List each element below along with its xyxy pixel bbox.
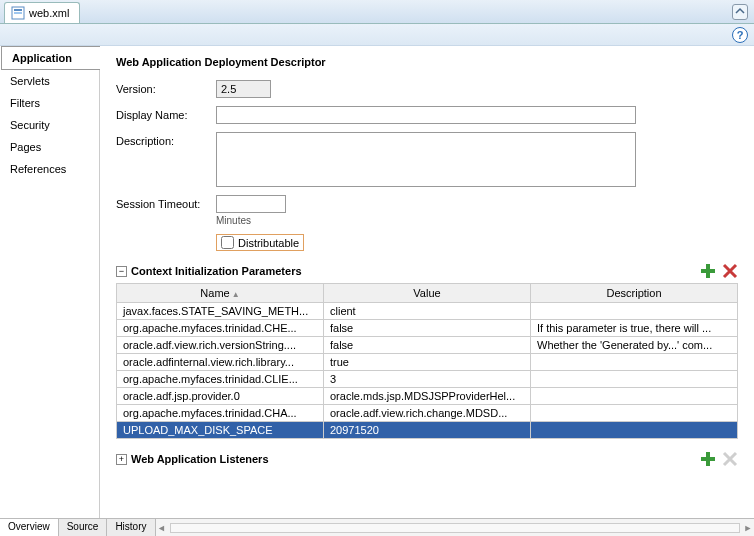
editor-tab-webxml[interactable]: web.xml xyxy=(4,2,80,23)
listeners-section-header: + Web Application Listeners xyxy=(116,453,738,465)
cell-description xyxy=(531,405,738,422)
col-name[interactable]: Name▲ xyxy=(117,284,324,303)
delete-listener-icon xyxy=(722,451,738,467)
display-name-label: Display Name: xyxy=(116,106,216,121)
svg-rect-2 xyxy=(14,12,22,14)
table-row[interactable]: org.apache.myfaces.trinidad.CHE...falseI… xyxy=(117,320,738,337)
cell-value: false xyxy=(324,337,531,354)
cell-description: If this parameter is true, there will ..… xyxy=(531,320,738,337)
cell-name: javax.faces.STATE_SAVING_METH... xyxy=(117,303,324,320)
cell-value: oracle.mds.jsp.MDSJSPProviderHel... xyxy=(324,388,531,405)
session-timeout-label: Session Timeout: xyxy=(116,195,216,210)
cell-value: true xyxy=(324,354,531,371)
cell-description xyxy=(531,422,738,439)
cell-description xyxy=(531,388,738,405)
cell-value: 20971520 xyxy=(324,422,531,439)
params-section-title: Context Initialization Parameters xyxy=(131,265,302,277)
cell-value: client xyxy=(324,303,531,320)
tab-source[interactable]: Source xyxy=(59,519,108,536)
col-description[interactable]: Description xyxy=(531,284,738,303)
help-icon[interactable]: ? xyxy=(732,27,748,43)
sidebar: Application Servlets Filters Security Pa… xyxy=(0,46,100,518)
bottom-tab-bar: Overview Source History ◄ ► xyxy=(0,518,754,536)
minutes-label: Minutes xyxy=(216,215,738,226)
add-listener-icon[interactable] xyxy=(700,451,716,467)
distributable-label: Distributable xyxy=(238,237,299,249)
table-row[interactable]: oracle.adf.view.rich.versionString....fa… xyxy=(117,337,738,354)
cell-name: org.apache.myfaces.trinidad.CLIE... xyxy=(117,371,324,388)
cell-description xyxy=(531,303,738,320)
editor-tab-bar: web.xml xyxy=(0,0,754,24)
horizontal-scroll: ◄ ► xyxy=(156,519,755,536)
cell-name: oracle.adfinternal.view.rich.library... xyxy=(117,354,324,371)
svg-rect-4 xyxy=(701,269,715,273)
scroll-left-icon[interactable]: ◄ xyxy=(156,523,168,533)
xml-file-icon xyxy=(11,6,25,20)
listeners-expand-toggle[interactable]: + xyxy=(116,454,127,465)
cell-name: UPLOAD_MAX_DISK_SPACE xyxy=(117,422,324,439)
description-field[interactable] xyxy=(216,132,636,187)
distributable-wrapper: Distributable xyxy=(216,234,304,251)
sidebar-item-servlets[interactable]: Servlets xyxy=(0,70,99,92)
tab-history[interactable]: History xyxy=(107,519,155,536)
editor-tab-label: web.xml xyxy=(29,7,69,19)
listeners-section-title: Web Application Listeners xyxy=(131,453,269,465)
params-table: Name▲ Value Description javax.faces.STAT… xyxy=(116,283,738,439)
cell-name: org.apache.myfaces.trinidad.CHE... xyxy=(117,320,324,337)
distributable-checkbox[interactable] xyxy=(221,236,234,249)
sidebar-item-filters[interactable]: Filters xyxy=(0,92,99,114)
content-pane: Web Application Deployment Descriptor Ve… xyxy=(100,46,754,518)
collapse-button[interactable] xyxy=(732,4,748,20)
tab-overview[interactable]: Overview xyxy=(0,519,59,536)
params-collapse-toggle[interactable]: − xyxy=(116,266,127,277)
cell-value: 3 xyxy=(324,371,531,388)
page-title: Web Application Deployment Descriptor xyxy=(116,56,738,68)
delete-param-icon[interactable] xyxy=(722,263,738,279)
display-name-field[interactable] xyxy=(216,106,636,124)
params-section-header: − Context Initialization Parameters xyxy=(116,265,738,277)
scroll-track[interactable] xyxy=(170,523,741,533)
version-label: Version: xyxy=(116,80,216,95)
col-value[interactable]: Value xyxy=(324,284,531,303)
cell-name: org.apache.myfaces.trinidad.CHA... xyxy=(117,405,324,422)
cell-value: false xyxy=(324,320,531,337)
cell-description: Whether the 'Generated by...' com... xyxy=(531,337,738,354)
svg-rect-1 xyxy=(14,9,22,11)
cell-description xyxy=(531,371,738,388)
table-row[interactable]: UPLOAD_MAX_DISK_SPACE20971520 xyxy=(117,422,738,439)
sidebar-item-application[interactable]: Application xyxy=(1,46,100,70)
cell-name: oracle.adf.view.rich.versionString.... xyxy=(117,337,324,354)
svg-rect-6 xyxy=(701,457,715,461)
sidebar-item-references[interactable]: References xyxy=(0,158,99,180)
table-row[interactable]: oracle.adf.jsp.provider.0oracle.mds.jsp.… xyxy=(117,388,738,405)
cell-value: oracle.adf.view.rich.change.MDSD... xyxy=(324,405,531,422)
table-row[interactable]: oracle.adfinternal.view.rich.library...t… xyxy=(117,354,738,371)
sort-asc-icon: ▲ xyxy=(232,290,240,299)
table-row[interactable]: org.apache.myfaces.trinidad.CLIE...3 xyxy=(117,371,738,388)
help-bar: ? xyxy=(0,24,754,46)
description-label: Description: xyxy=(116,132,216,147)
add-param-icon[interactable] xyxy=(700,263,716,279)
sidebar-item-security[interactable]: Security xyxy=(0,114,99,136)
cell-description xyxy=(531,354,738,371)
cell-name: oracle.adf.jsp.provider.0 xyxy=(117,388,324,405)
main-area: Application Servlets Filters Security Pa… xyxy=(0,46,754,518)
version-field[interactable] xyxy=(216,80,271,98)
session-timeout-field[interactable] xyxy=(216,195,286,213)
scroll-right-icon[interactable]: ► xyxy=(742,523,754,533)
table-row[interactable]: org.apache.myfaces.trinidad.CHA...oracle… xyxy=(117,405,738,422)
table-row[interactable]: javax.faces.STATE_SAVING_METH...client xyxy=(117,303,738,320)
sidebar-item-pages[interactable]: Pages xyxy=(0,136,99,158)
